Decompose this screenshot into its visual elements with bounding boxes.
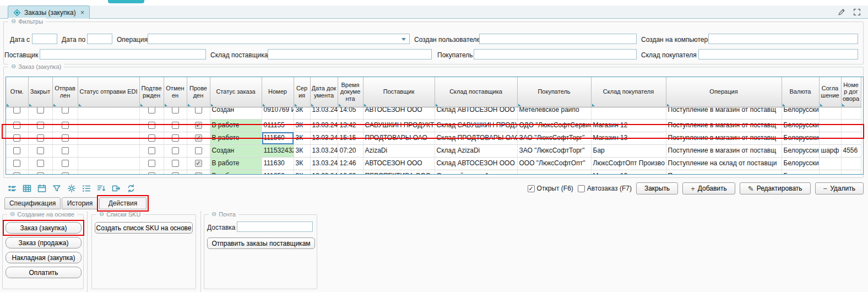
cell-number[interactable]: 011155 xyxy=(262,119,294,132)
cell-supplier_wh[interactable]: Склад AzizaDi xyxy=(435,144,517,157)
cell-posted[interactable]: ✓ xyxy=(187,170,210,175)
checkbox-closed[interactable] xyxy=(37,134,44,142)
cell-currency[interactable]: Белорусский xyxy=(782,144,819,157)
tab-actions[interactable]: Действия xyxy=(99,197,147,209)
cell-status[interactable]: В работе xyxy=(210,132,262,144)
cell-date[interactable]: 13.03.24 xyxy=(310,144,338,157)
tab-close-icon[interactable]: × xyxy=(80,8,85,17)
cell-confirmed[interactable] xyxy=(139,119,164,132)
checkbox-confirmed[interactable] xyxy=(148,122,155,129)
cell-status[interactable]: Создан xyxy=(210,144,262,157)
checkbox-closed[interactable] xyxy=(37,147,44,154)
tab-history[interactable]: История xyxy=(62,197,98,209)
checkbox-otm[interactable] xyxy=(13,172,20,175)
cell-supplier[interactable]: САВУШКИН ПРОДУКТ О xyxy=(363,119,435,132)
checkbox-closed[interactable] xyxy=(37,122,44,129)
cell-contract[interactable] xyxy=(841,107,861,119)
checkbox-otm[interactable] xyxy=(13,147,20,154)
cell-canceled[interactable] xyxy=(164,119,187,132)
cell-operation[interactable]: Поступление на магазин от склада xyxy=(666,170,782,175)
cell-number[interactable]: 111560 xyxy=(262,132,294,144)
cell-currency[interactable]: Белорусский xyxy=(782,119,819,132)
supplier-warehouse-filter-input[interactable] xyxy=(268,49,432,60)
cell-edi[interactable] xyxy=(78,107,139,119)
cell-buyer_wh[interactable]: Магазин 13 xyxy=(591,170,666,175)
checkbox-canceled[interactable] xyxy=(172,147,179,154)
column-header-canceled[interactable]: Отменен xyxy=(164,77,187,107)
checkbox-closed[interactable] xyxy=(37,107,44,113)
cell-buyer_wh[interactable]: ЛюксСофтОпт Произво xyxy=(591,157,666,170)
column-header-buyer_wh[interactable]: Склад покупателя xyxy=(591,77,666,107)
cell-time[interactable]: 07:20 xyxy=(338,144,363,157)
cell-time[interactable]: 10:33 xyxy=(338,170,363,175)
cell-currency[interactable]: Белорусский xyxy=(782,157,819,170)
cell-supplier_wh[interactable]: Склад АВТОСЕЗОН ООО xyxy=(435,107,517,119)
checkbox-posted[interactable] xyxy=(195,147,202,154)
cell-canceled[interactable] xyxy=(164,107,187,119)
cell-edi[interactable] xyxy=(78,170,139,175)
operation-select[interactable] xyxy=(148,34,410,44)
cell-supplier[interactable]: ПРОДТОВАРЫ ОАО xyxy=(363,132,435,144)
column-header-status[interactable]: Статус заказа xyxy=(210,77,262,107)
panel-separator[interactable] xyxy=(87,211,88,292)
cell-currency[interactable]: Белорусский xyxy=(782,170,819,175)
tab-orders-purchase[interactable]: Заказы (закупка) × xyxy=(8,6,90,19)
cell-supplier_wh[interactable]: Склад ПРОДТОВАРЫ ОАО xyxy=(435,132,517,144)
column-header-sent[interactable]: Отправлен xyxy=(52,77,78,107)
order-row[interactable]: Создан0910769 И3К13.03.2414:05АВТОСЕЗОН … xyxy=(6,107,861,119)
collapse-icon[interactable]: ⊖ xyxy=(11,18,16,25)
column-header-agreement[interactable]: Соглашение xyxy=(819,77,841,107)
cell-otm[interactable] xyxy=(6,157,28,170)
cell-closed[interactable] xyxy=(28,144,52,157)
checkbox-canceled[interactable] xyxy=(172,172,179,175)
export-icon[interactable] xyxy=(111,183,122,194)
cell-time[interactable]: 14:05 xyxy=(338,107,363,119)
cell-closed[interactable] xyxy=(28,157,52,170)
created-on-computer-input[interactable] xyxy=(708,34,858,44)
cell-date[interactable]: 13.03.24 xyxy=(310,170,338,175)
cell-date[interactable]: 13.03.24 xyxy=(310,132,338,144)
pay-button[interactable]: Оплатить xyxy=(6,267,82,278)
cell-confirmed[interactable] xyxy=(139,132,164,144)
filter-icon[interactable] xyxy=(51,183,62,194)
delivery-input[interactable] xyxy=(237,221,313,232)
checkbox-canceled[interactable] xyxy=(172,160,179,167)
collapse-icon[interactable]: ⊖ xyxy=(11,63,16,70)
order-row[interactable]: ✓В работе0111553К13.03.2413:42САВУШКИН П… xyxy=(6,119,861,132)
cell-buyer[interactable]: ООО "ЛюксСофтОпт" xyxy=(517,157,591,170)
calendar-icon[interactable] xyxy=(36,183,47,194)
cell-supplier[interactable]: AzizaDi xyxy=(363,144,435,157)
cell-buyer[interactable] xyxy=(517,170,591,175)
cell-buyer_wh[interactable]: Бар xyxy=(591,144,666,157)
cell-time[interactable]: 15:15 xyxy=(338,132,363,144)
buyer-filter-input[interactable] xyxy=(474,49,637,60)
create-order-purchase-button[interactable]: Заказ (закупка) xyxy=(6,222,82,234)
table-view-icon[interactable] xyxy=(21,183,32,194)
sync-icon[interactable] xyxy=(126,183,137,194)
checkbox-confirmed[interactable] xyxy=(148,172,155,175)
column-header-time[interactable]: Время документа xyxy=(338,77,363,107)
cell-status[interactable]: В работе xyxy=(210,157,262,170)
checkbox-posted[interactable] xyxy=(195,107,202,113)
cell-posted[interactable]: ✓ xyxy=(187,132,210,144)
cell-otm[interactable] xyxy=(6,119,28,132)
checkbox-confirmed[interactable] xyxy=(148,134,155,142)
cell-operation[interactable]: Поступление в магазин от поставщ xyxy=(666,132,782,144)
checkbox-sent[interactable] xyxy=(62,134,69,142)
cell-series[interactable]: 3К xyxy=(294,132,310,144)
cell-operation[interactable]: Поступление в магазин от поставщ xyxy=(666,119,782,132)
cell-date[interactable]: 13.03.24 xyxy=(310,107,338,119)
column-header-buyer[interactable]: Покупатель xyxy=(517,77,591,107)
cell-date[interactable]: 13.03.24 xyxy=(310,119,338,132)
cell-series[interactable]: 3К xyxy=(294,170,310,175)
cell-contract[interactable] xyxy=(841,132,861,144)
column-header-operation[interactable]: Операция xyxy=(666,77,782,107)
checkbox-otm[interactable] xyxy=(13,107,20,113)
maximize-icon[interactable] xyxy=(851,7,862,18)
cell-buyer_wh[interactable] xyxy=(591,107,666,119)
date-from-input[interactable] xyxy=(32,34,57,44)
cell-canceled[interactable] xyxy=(164,144,187,157)
cell-currency[interactable]: Белорусский xyxy=(782,132,819,144)
cell-posted[interactable]: ✓ xyxy=(187,157,210,170)
cell-sent[interactable] xyxy=(52,119,78,132)
